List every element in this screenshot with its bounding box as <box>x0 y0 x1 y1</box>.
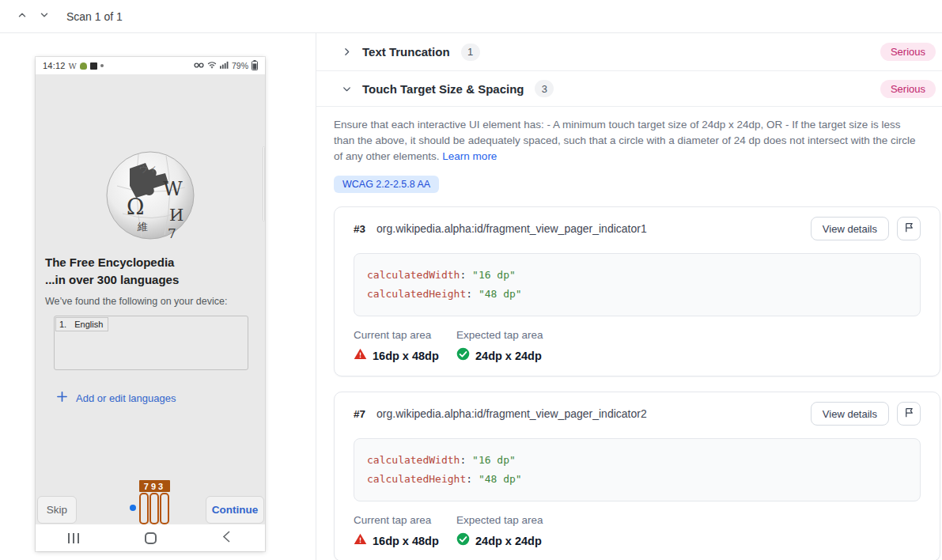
check-circle-icon <box>456 532 470 549</box>
issue-card: #7 org.wikipedia.alpha:id/fragment_view_… <box>334 392 940 560</box>
chevron-right-icon <box>339 47 354 57</box>
svg-text:Ω: Ω <box>127 195 144 219</box>
code-colon: : <box>460 269 466 281</box>
more-notifications-icon <box>100 64 104 67</box>
wikipedia-notification-icon: W <box>69 62 77 70</box>
app-headline-1: The Free Encyclopedia <box>45 255 174 269</box>
code-value: "48 dp" <box>479 473 522 485</box>
battery-icon <box>252 60 258 72</box>
annotation-rect <box>139 493 149 524</box>
continue-button: Continue <box>206 496 264 524</box>
recents-icon <box>68 533 79 543</box>
issue-code-block: calculatedWidth: "16 dp" calculatedHeigh… <box>354 438 921 501</box>
flag-icon <box>903 407 915 421</box>
code-key: calculatedHeight <box>367 288 466 300</box>
section-touch-target[interactable]: Touch Target Size & Spacing 3 Serious <box>316 71 942 107</box>
rule-description: Ensure that each interactive UI element … <box>316 107 942 165</box>
status-time: 14:12 <box>43 61 66 70</box>
current-tap-label: Current tap area <box>354 514 456 526</box>
scan-next-button[interactable] <box>33 6 55 28</box>
warning-icon <box>354 532 367 549</box>
section-label: Touch Target Size & Spacing <box>362 82 524 96</box>
code-colon: : <box>460 454 466 466</box>
back-icon <box>222 531 231 546</box>
issue-card: #3 org.wikipedia.alpha:id/fragment_view_… <box>334 206 940 376</box>
issue-resource-id: org.wikipedia.alpha:id/fragment_view_pag… <box>376 222 647 235</box>
language-listbox: 1. English <box>54 316 248 370</box>
scan-counter: Scan 1 of 1 <box>66 10 123 23</box>
section-text-truncation[interactable]: Text Truncation 1 Serious <box>316 33 942 71</box>
svg-text:ウィ: ウィ <box>139 164 157 174</box>
code-colon: : <box>466 473 472 485</box>
android-icon <box>80 62 87 70</box>
learn-more-link[interactable]: Learn more <box>442 150 497 162</box>
expected-tap-value: 24dp x 24dp <box>475 350 542 362</box>
section-label: Text Truncation <box>362 45 450 59</box>
severity-badge: Serious <box>880 43 936 61</box>
annotation-highlight[interactable] <box>139 493 169 524</box>
issue-number: #7 <box>354 408 365 420</box>
warning-icon <box>354 347 367 364</box>
code-colon: : <box>466 288 472 300</box>
home-icon <box>145 532 157 544</box>
svg-text:維: 維 <box>137 221 148 233</box>
check-circle-icon <box>456 347 470 364</box>
plus-icon <box>57 392 67 404</box>
expected-tap-label: Expected tap area <box>456 329 543 341</box>
issue-number: #3 <box>354 223 365 235</box>
expected-tap-label: Expected tap area <box>456 514 543 526</box>
issues-panel: Text Truncation 1 Serious Touch Target S… <box>316 33 942 560</box>
add-languages-label: Add or edit languages <box>76 392 176 404</box>
annotation-number-label[interactable]: 793 <box>139 480 170 492</box>
device-languages-text: We’ve found the following on your device… <box>45 296 227 307</box>
chevron-up-icon <box>17 9 28 23</box>
wifi-icon <box>207 61 217 70</box>
svg-text:W: W <box>163 178 183 200</box>
rule-description-text: Ensure that each interactive UI element … <box>334 119 915 162</box>
wikipedia-globe-logo: ウィ W Ω И 維 7 <box>103 146 198 244</box>
annotation-rect <box>160 493 169 524</box>
svg-text:И: И <box>169 206 183 225</box>
battery-percent: 79% <box>232 61 248 70</box>
code-value: "48 dp" <box>479 288 522 300</box>
code-key: calculatedWidth <box>367 454 460 466</box>
language-list-item: 1. English <box>55 317 108 331</box>
phone-navbar <box>36 524 265 551</box>
screenshot-panel: 14:12 W 79% <box>0 33 316 560</box>
view-details-button[interactable]: View details <box>811 217 889 240</box>
device-screenshot: 14:12 W 79% <box>36 57 265 551</box>
issue-code-block: calculatedWidth: "16 dp" calculatedHeigh… <box>354 253 921 316</box>
code-key: calculatedHeight <box>367 473 466 485</box>
language-name: English <box>74 320 103 329</box>
severity-badge: Serious <box>880 80 936 98</box>
app-headline-2: ...in over 300 languages <box>45 273 179 286</box>
phone-statusbar: 14:12 W 79% <box>36 57 265 74</box>
chevron-down-icon <box>39 9 50 23</box>
app-notification-icon <box>90 62 97 70</box>
scan-prev-button[interactable] <box>11 6 33 28</box>
current-tap-label: Current tap area <box>354 329 456 341</box>
issue-count-badge: 3 <box>535 80 554 97</box>
skip-button: Skip <box>37 496 77 524</box>
add-languages-link: Add or edit languages <box>57 392 176 404</box>
flag-button[interactable] <box>897 217 921 240</box>
view-details-button[interactable]: View details <box>811 402 889 426</box>
flag-button[interactable] <box>897 402 921 426</box>
code-key: calculatedWidth <box>367 269 460 281</box>
expected-tap-value: 24dp x 24dp <box>475 535 542 547</box>
topbar: Scan 1 of 1 <box>0 0 942 33</box>
wcag-tag: WCAG 2.2-2.5.8 AA <box>334 176 439 193</box>
issue-count-badge: 1 <box>461 44 480 61</box>
phone-screen: ウィ W Ω И 維 7 The Free Encyclopedia ...in… <box>36 74 265 524</box>
code-value: "16 dp" <box>472 454 516 466</box>
phone-scrollbar <box>263 146 265 221</box>
issue-resource-id: org.wikipedia.alpha:id/fragment_view_pag… <box>376 407 647 420</box>
signal-icon <box>220 61 229 70</box>
chevron-down-icon <box>339 84 354 94</box>
flag-icon <box>903 221 915 236</box>
language-number: 1. <box>59 320 66 329</box>
current-tap-value: 16dp x 48dp <box>373 535 439 547</box>
current-tap-value: 16dp x 48dp <box>373 350 439 362</box>
cast-icon <box>194 61 204 70</box>
svg-text:7: 7 <box>168 225 176 241</box>
